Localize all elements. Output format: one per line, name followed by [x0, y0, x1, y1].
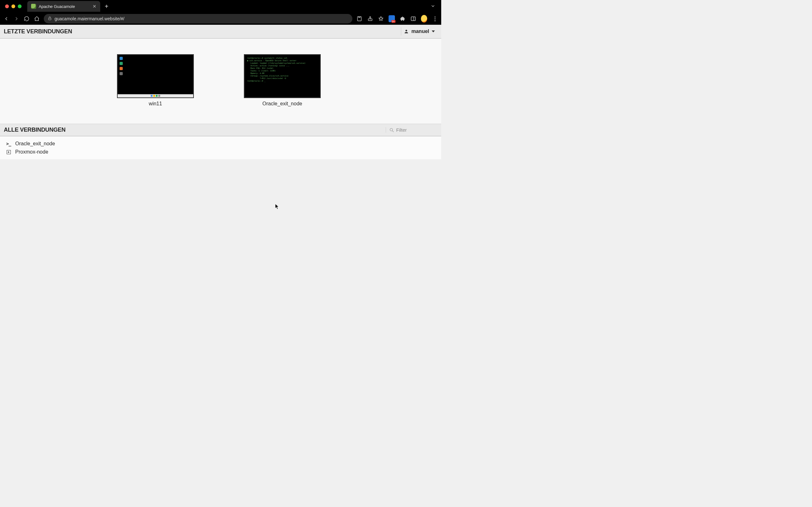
guacamole-favicon-icon [31, 4, 36, 9]
svg-point-5 [405, 30, 407, 32]
back-button[interactable] [3, 15, 9, 22]
connection-list: >_ Oracle_exit_node + Proxmox-node [0, 136, 441, 159]
connection-item-label: Proxmox-node [15, 149, 48, 155]
connection-item-oracle-exit-node[interactable]: >_ Oracle_exit_node [6, 139, 436, 148]
all-connections-title: ALLE VERBINDUNGEN [4, 127, 66, 133]
extension-badge-icon[interactable] [388, 15, 395, 22]
address-bar[interactable]: guacamole.maiermanuel.website/#/ [44, 14, 353, 23]
window-minimize-button[interactable] [11, 4, 15, 8]
tab-bar: Apache Guacamole ✕ + [0, 0, 441, 13]
bookmark-star-icon[interactable] [378, 15, 384, 22]
tabs-dropdown-icon[interactable] [430, 3, 436, 9]
username: manuel [412, 29, 429, 34]
recent-connection-oracle-exit-node[interactable]: root@oracle:~# systemctl status ssh ● ss… [244, 55, 320, 107]
forward-button[interactable] [13, 15, 20, 22]
svg-line-7 [392, 131, 394, 132]
connection-label: win11 [149, 101, 162, 107]
search-icon [389, 127, 394, 133]
url-text: guacamole.maiermanuel.website/#/ [55, 16, 349, 21]
profile-avatar[interactable] [421, 15, 427, 22]
close-tab-icon[interactable]: ✕ [92, 4, 97, 9]
recent-connection-win11[interactable]: win11 [117, 55, 193, 107]
share-icon[interactable] [367, 15, 373, 22]
lock-icon [48, 16, 52, 21]
user-menu[interactable]: manuel [401, 27, 437, 36]
recent-connections-title: LETZTE VERBINDUNGEN [4, 28, 72, 35]
recent-connections-header: LETZTE VERBINDUNGEN manuel [0, 25, 441, 39]
connection-group-proxmox-node[interactable]: + Proxmox-node [6, 148, 436, 156]
svg-rect-1 [358, 16, 361, 21]
install-app-icon[interactable] [356, 15, 363, 22]
user-icon [404, 29, 409, 34]
filter-wrap [386, 127, 437, 133]
browser-chrome: Apache Guacamole ✕ + [0, 0, 441, 25]
recent-connections-area: win11 root@oracle:~# systemctl status ss… [0, 39, 441, 124]
tab-title: Apache Guacamole [39, 4, 90, 9]
svg-point-6 [390, 128, 393, 131]
nav-bar: guacamole.maiermanuel.website/#/ [0, 13, 441, 25]
filter-input[interactable] [396, 127, 437, 133]
svg-rect-0 [49, 18, 51, 20]
thumbnail-win11 [117, 55, 193, 98]
new-tab-button[interactable]: + [105, 3, 109, 10]
svg-rect-3 [411, 17, 416, 21]
window-close-button[interactable] [5, 4, 9, 8]
connection-item-label: Oracle_exit_node [15, 141, 55, 147]
toolbar-right [356, 15, 438, 22]
connection-label: Oracle_exit_node [262, 101, 302, 107]
browser-menu-icon[interactable] [432, 15, 438, 22]
expand-icon[interactable]: + [6, 150, 11, 154]
caret-down-icon [432, 31, 435, 33]
sidepanel-icon[interactable] [410, 15, 417, 22]
window-controls [5, 4, 21, 8]
thumbnail-oracle-exit-node: root@oracle:~# systemctl status ssh ● ss… [244, 55, 320, 98]
terminal-icon: >_ [6, 142, 11, 146]
guacamole-app: LETZTE VERBINDUNGEN manuel win1 [0, 25, 441, 275]
home-button[interactable] [34, 15, 40, 22]
browser-tab[interactable]: Apache Guacamole ✕ [27, 1, 100, 12]
all-connections-header: ALLE VERBINDUNGEN [0, 124, 441, 136]
window-maximize-button[interactable] [18, 4, 21, 8]
extensions-puzzle-icon[interactable] [399, 15, 406, 22]
reload-button[interactable] [23, 15, 30, 22]
